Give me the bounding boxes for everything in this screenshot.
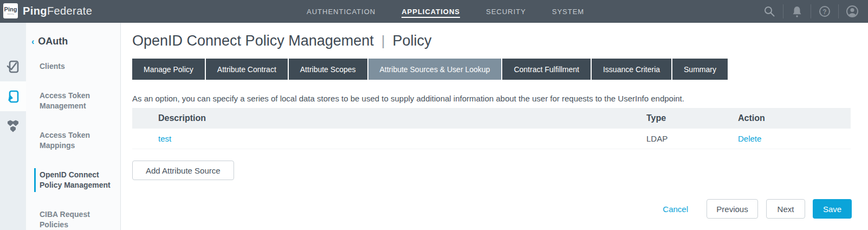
nav-item-system[interactable]: SYSTEM [552, 5, 584, 18]
app-title-light: Federate [47, 5, 92, 17]
shields-icon [5, 119, 21, 134]
sidebar-item-ciba-request-policies[interactable]: CIBA Request Policies [26, 208, 120, 230]
search-icon[interactable] [762, 4, 776, 18]
table-row: test LDAP Delete [132, 129, 851, 149]
tab-attribute-scopes[interactable]: Attribute Scopes [289, 59, 367, 80]
sidebar-item-access-token-management[interactable]: Access Token Management [26, 90, 120, 112]
wizard-footer: Cancel Previous Next Save [663, 199, 852, 219]
page-title: OpenID Connect Policy Management | Polic… [132, 33, 851, 49]
logo-text: Ping [4, 7, 17, 12]
attribute-sources-table: Description Type Action test LDAP Delete [132, 108, 851, 149]
main-content: OpenID Connect Policy Management | Polic… [121, 23, 868, 230]
header-divider [811, 4, 811, 18]
attribute-source-link[interactable]: test [158, 134, 171, 143]
help-icon[interactable]: ? [818, 4, 832, 18]
page-description: As an option, you can specify a series o… [132, 94, 851, 103]
cancel-link[interactable]: Cancel [663, 205, 688, 214]
page-title-main: OpenID Connect Policy Management [132, 33, 374, 49]
main-nav: AUTHENTICATION APPLICATIONS SECURITY SYS… [307, 0, 584, 23]
next-button[interactable]: Next [766, 199, 805, 219]
nav-item-authentication[interactable]: AUTHENTICATION [307, 5, 375, 18]
sidebar-icon-rail [0, 23, 26, 230]
account-avatar-icon[interactable] [845, 4, 859, 18]
nav-item-security[interactable]: SECURITY [486, 5, 526, 18]
column-header-action: Action [738, 113, 851, 123]
title-divider: | [381, 33, 385, 49]
ping-identity-logo: Ping Identity [3, 3, 18, 18]
page-title-step: Policy [393, 33, 432, 49]
pen-square-icon [5, 88, 21, 105]
sidebar-section-title: OAuth [38, 36, 68, 47]
tab-summary[interactable]: Summary [672, 59, 728, 80]
top-header: Ping Identity PingFederate AUTHENTICATIO… [0, 0, 868, 23]
sidebar-item-clients[interactable]: Clients [26, 60, 120, 73]
check-square-icon [5, 59, 21, 75]
app-title: PingFederate [23, 5, 92, 17]
sidebar-item-openid-connect-policy-management[interactable]: OpenID Connect Policy Management [26, 169, 120, 191]
svg-text:?: ? [822, 8, 826, 16]
save-button[interactable]: Save [813, 199, 852, 219]
rail-item-security[interactable] [0, 111, 26, 141]
tab-issuance-criteria[interactable]: Issuance Criteria [592, 59, 671, 80]
nav-item-applications[interactable]: APPLICATIONS [401, 5, 460, 18]
rail-item-sp-connections[interactable] [0, 52, 26, 81]
delete-link[interactable]: Delete [738, 134, 761, 143]
wizard-tabs: Manage Policy Attribute Contract Attribu… [132, 59, 851, 80]
header-divider [838, 4, 839, 18]
tab-attribute-contract[interactable]: Attribute Contract [206, 59, 288, 80]
tab-manage-policy[interactable]: Manage Policy [132, 59, 205, 80]
table-header-row: Description Type Action [132, 108, 851, 129]
previous-button[interactable]: Previous [707, 199, 758, 219]
rail-item-oauth[interactable] [0, 81, 26, 111]
attribute-source-type: LDAP [646, 134, 738, 143]
tab-contract-fulfillment[interactable]: Contract Fulfillment [502, 59, 591, 80]
tab-attribute-sources-user-lookup[interactable]: Attribute Sources & User Lookup [368, 59, 502, 80]
header-divider [783, 4, 783, 18]
chevron-left-icon: ‹ [31, 37, 34, 47]
add-attribute-source-button[interactable]: Add Attribute Source [132, 161, 234, 180]
header-icon-group: ? [762, 0, 859, 23]
sidebar-menu: ‹ OAuth Clients Access Token Management … [26, 23, 121, 230]
logo-subtext: Identity [7, 13, 14, 15]
sidebar-back-oauth[interactable]: ‹ OAuth [26, 36, 120, 47]
column-header-type: Type [646, 113, 738, 123]
column-header-description: Description [132, 113, 646, 123]
notifications-bell-icon[interactable] [790, 4, 804, 18]
sidebar-item-access-token-mappings[interactable]: Access Token Mappings [26, 129, 120, 152]
app-title-bold: Ping [23, 5, 47, 17]
